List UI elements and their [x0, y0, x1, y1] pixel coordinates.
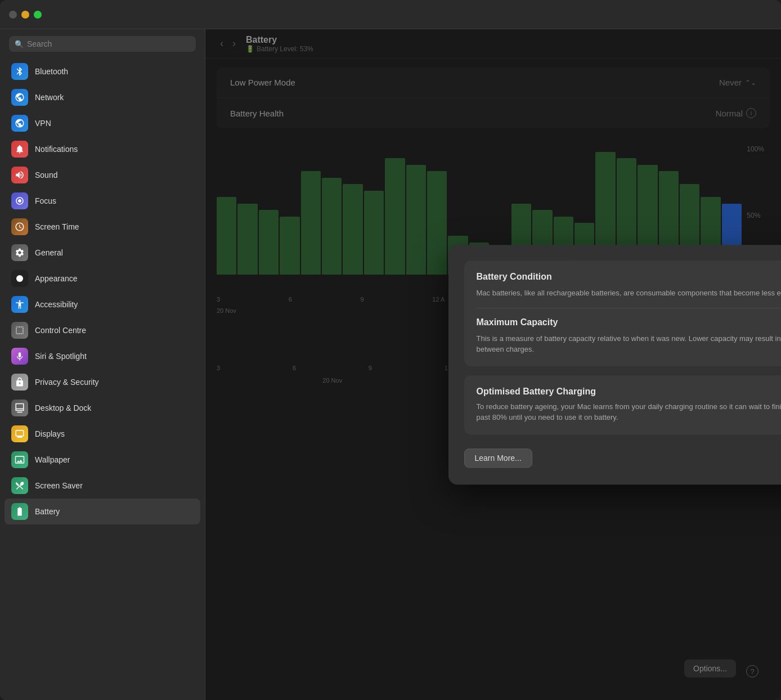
sidebar-item-screentime[interactable]: Screen Time — [5, 214, 200, 240]
focus-icon — [11, 192, 28, 209]
sidebar-item-bluetooth[interactable]: Bluetooth — [5, 59, 200, 84]
sidebar-item-privacy[interactable]: Privacy & Security — [5, 369, 200, 395]
maximize-button[interactable] — [34, 11, 42, 19]
sidebar-item-label-privacy: Privacy & Security — [35, 378, 99, 387]
modal-dialog: Battery Condition Normal Mac batteries, … — [448, 245, 782, 484]
desktop-icon — [11, 400, 28, 416]
controlcenter-icon — [11, 322, 28, 339]
appearance-icon — [11, 270, 28, 287]
charging-desc: To reduce battery ageing, your Mac learn… — [477, 401, 782, 423]
sidebar-item-label-sound: Sound — [35, 170, 57, 180]
sidebar-item-focus[interactable]: Focus — [5, 188, 200, 214]
minimize-button[interactable] — [21, 11, 29, 19]
sidebar-item-vpn[interactable]: VPN — [5, 110, 200, 136]
charging-title: Optimised Battery Charging — [477, 387, 782, 397]
learn-more-button[interactable]: Learn More... — [464, 448, 532, 468]
general-icon — [11, 244, 28, 261]
battery-sidebar-icon — [11, 503, 28, 520]
privacy-icon — [11, 374, 28, 391]
sidebar-item-desktop[interactable]: Desktop & Dock — [5, 395, 200, 421]
sidebar-item-label-appearance: Appearance — [35, 274, 78, 283]
bluetooth-icon — [11, 63, 28, 80]
sidebar-item-label-desktop: Desktop & Dock — [35, 403, 91, 412]
window: 🔍 Search Bluetooth Network — [0, 0, 781, 700]
sidebar-item-wallpaper[interactable]: Wallpaper — [5, 447, 200, 473]
battery-condition-header: Battery Condition Normal — [477, 272, 782, 282]
search-icon: 🔍 — [15, 40, 24, 48]
battery-condition-section: Battery Condition Normal Mac batteries, … — [464, 261, 782, 366]
siri-icon — [11, 348, 28, 365]
sidebar-item-label-battery: Battery — [35, 507, 60, 516]
sidebar-item-label-displays: Displays — [35, 429, 65, 438]
sidebar-item-notifications[interactable]: Notifications — [5, 136, 200, 162]
main-layout: 🔍 Search Bluetooth Network — [0, 29, 781, 700]
modal-divider — [477, 308, 782, 308]
sidebar-item-label-focus: Focus — [35, 196, 56, 205]
vpn-icon — [11, 115, 28, 132]
wallpaper-icon — [11, 451, 28, 468]
screentime-icon — [11, 218, 28, 235]
sidebar: 🔍 Search Bluetooth Network — [0, 29, 205, 700]
sidebar-item-general[interactable]: General — [5, 240, 200, 266]
displays-icon — [11, 425, 28, 442]
max-capacity-title: Maximum Capacity — [477, 317, 558, 327]
sidebar-item-label-controlcenter: Control Centre — [35, 326, 86, 335]
sidebar-item-network[interactable]: Network — [5, 84, 200, 110]
search-box[interactable]: 🔍 Search — [9, 36, 196, 52]
modal-footer: Learn More... Done — [464, 448, 782, 469]
optimised-charging-section: Optimised Battery Charging To reduce bat… — [464, 375, 782, 434]
screensaver-icon — [11, 477, 28, 494]
search-placeholder: Search — [27, 39, 52, 48]
sidebar-item-label-vpn: VPN — [35, 119, 51, 128]
max-capacity-header: Maximum Capacity 95% — [477, 317, 782, 327]
sidebar-item-label-bluetooth: Bluetooth — [35, 67, 68, 76]
sidebar-item-controlcenter[interactable]: Control Centre — [5, 317, 200, 343]
content-area: ‹ › Battery 🔋 Battery Level: 53% Low Pow… — [205, 29, 781, 700]
network-icon — [11, 89, 28, 106]
sidebar-item-label-network: Network — [35, 93, 64, 102]
search-container: 🔍 Search — [0, 29, 205, 59]
svg-point-0 — [16, 275, 23, 282]
charging-toggle-text: Optimised Battery Charging To reduce bat… — [477, 387, 782, 423]
charging-toggle-row: Optimised Battery Charging To reduce bat… — [477, 387, 782, 423]
sidebar-item-label-screensaver: Screen Saver — [35, 481, 83, 490]
max-capacity-desc: This is a measure of battery capacity re… — [477, 333, 782, 355]
sidebar-item-displays[interactable]: Displays — [5, 421, 200, 447]
notifications-icon — [11, 141, 28, 158]
sidebar-item-appearance[interactable]: Appearance — [5, 266, 200, 291]
sidebar-item-battery[interactable]: Battery — [5, 499, 200, 524]
battery-condition-desc: Mac batteries, like all rechargeable bat… — [477, 288, 782, 299]
close-button[interactable] — [9, 11, 17, 19]
sidebar-item-accessibility[interactable]: Accessibility — [5, 291, 200, 317]
sidebar-item-label-notifications: Notifications — [35, 145, 78, 154]
sidebar-item-sound[interactable]: Sound — [5, 162, 200, 188]
sound-icon — [11, 167, 28, 183]
sidebar-item-label-accessibility: Accessibility — [35, 300, 78, 309]
battery-condition-title: Battery Condition — [477, 272, 552, 282]
sidebar-item-label-siri: Siri & Spotlight — [35, 352, 87, 361]
sidebar-item-siri[interactable]: Siri & Spotlight — [5, 343, 200, 369]
sidebar-item-label-screentime: Screen Time — [35, 222, 79, 231]
accessibility-icon — [11, 296, 28, 313]
sidebar-item-screensaver[interactable]: Screen Saver — [5, 473, 200, 499]
sidebar-item-label-wallpaper: Wallpaper — [35, 455, 70, 464]
sidebar-item-label-general: General — [35, 248, 63, 257]
sidebar-list: Bluetooth Network VPN — [0, 59, 205, 524]
titlebar — [0, 0, 781, 29]
traffic-lights — [9, 11, 42, 19]
